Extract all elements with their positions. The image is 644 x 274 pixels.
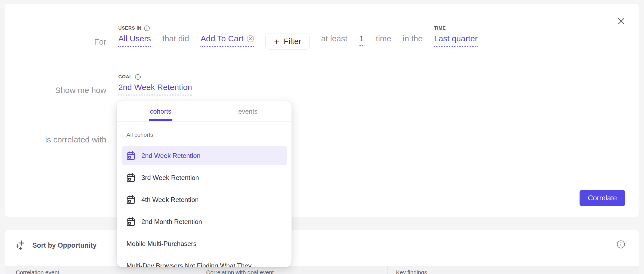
users-selector[interactable]: All Users (118, 33, 151, 47)
info-icon[interactable] (617, 240, 625, 249)
cohort-section-label: All cohorts (126, 131, 287, 138)
event-group: Add To Cart (200, 33, 254, 47)
list-item-3rd-week-retention[interactable]: 3rd Week Retention (122, 168, 287, 187)
time-word-text: time (376, 33, 391, 44)
sentence-prefix-for: For (5, 37, 106, 47)
plus-icon: + (274, 37, 279, 46)
time-range-selector[interactable]: Last quarter (434, 33, 478, 47)
results-table-header: Correlation event Correlation with goal … (5, 266, 639, 274)
event-selector[interactable]: Add To Cart (200, 33, 254, 47)
count-selector[interactable]: 1 (359, 33, 364, 46)
in-the-text: in the (403, 33, 423, 44)
correlate-button[interactable]: Correlate (580, 190, 625, 206)
list-item-4th-week-retention[interactable]: 4th Week Retention (122, 190, 287, 209)
event-selector-label: Add To Cart (200, 33, 243, 44)
goal-selector[interactable]: 2nd Week Retention (118, 82, 192, 95)
goal-label-text: GOAL (118, 73, 132, 80)
calendar-icon (126, 217, 135, 226)
close-icon[interactable] (617, 17, 626, 26)
list-item-label: Mobile Multi-Purchasers (126, 240, 196, 248)
add-filter-button[interactable]: + Filter (265, 33, 309, 50)
results-card: Sort by Opportunity Correlation event Co… (5, 230, 639, 274)
that-did-text: that did (162, 33, 189, 44)
calendar-icon (126, 173, 135, 182)
time-group: TIME Last quarter (434, 25, 478, 47)
users-in-label-text: USERS IN (118, 25, 141, 32)
at-least-text: at least (321, 33, 348, 44)
goal-group: GOAL 2nd Week Retention (118, 73, 192, 95)
list-item-label: 2nd Month Retention (141, 218, 202, 226)
list-item-label: 4th Week Retention (141, 196, 199, 204)
dropdown-tabs: cohorts events (117, 101, 292, 122)
sentence-prefix-is-correlated-with: is correlated with (5, 135, 106, 145)
goal-label: GOAL (118, 73, 141, 80)
list-item-mobile-multi-purchasers[interactable]: Mobile Multi-Purchasers (122, 234, 287, 253)
column-header-key-findings: Key findings (387, 266, 639, 274)
tab-cohorts[interactable]: cohorts (117, 101, 204, 121)
sort-by-opportunity-label: Sort by Opportunity (32, 241, 97, 249)
tab-events[interactable]: events (204, 101, 292, 121)
list-item-2nd-week-retention[interactable]: 2nd Week Retention (122, 146, 287, 165)
remove-event-icon[interactable] (247, 35, 254, 42)
correlation-builder-card: For Show me how is correlated with USERS… (5, 3, 639, 217)
users-in-label: USERS IN (118, 25, 150, 32)
sentence-prefix-show-me-how: Show me how (5, 85, 106, 95)
list-item-label: 2nd Week Retention (141, 152, 200, 160)
info-icon[interactable] (135, 74, 141, 80)
column-header-correlation-with-goal-event: Correlation with goal event (197, 266, 387, 274)
dropdown-body: All cohorts 2nd Week Retention (117, 122, 292, 267)
sort-by-opportunity-button[interactable]: Sort by Opportunity (16, 238, 97, 253)
cohort-list: 2nd Week Retention 3rd Week Retention (122, 146, 287, 267)
add-filter-button-label: Filter (284, 37, 301, 46)
list-item-label: Multi-Day Browsers Not Finding What They (126, 262, 252, 267)
list-item-2nd-month-retention[interactable]: 2nd Month Retention (122, 212, 287, 231)
info-icon[interactable] (144, 25, 150, 31)
list-item-multi-day-browsers[interactable]: Multi-Day Browsers Not Finding What They (122, 256, 287, 267)
calendar-icon (126, 195, 135, 204)
builder-row-users: USERS IN All Users that did Add To Cart … (118, 25, 478, 47)
builder-row-goal: GOAL 2nd Week Retention (118, 73, 192, 95)
goal-selector-dropdown: cohorts events All cohorts 2nd Week Rete… (117, 101, 292, 267)
calendar-icon (126, 151, 135, 160)
sparkle-plus-icon (16, 239, 27, 251)
list-item-label: 3rd Week Retention (141, 174, 199, 182)
column-header-correlation-event: Correlation event (5, 266, 197, 274)
users-in-group: USERS IN All Users (118, 25, 151, 47)
time-label: TIME (434, 25, 446, 32)
